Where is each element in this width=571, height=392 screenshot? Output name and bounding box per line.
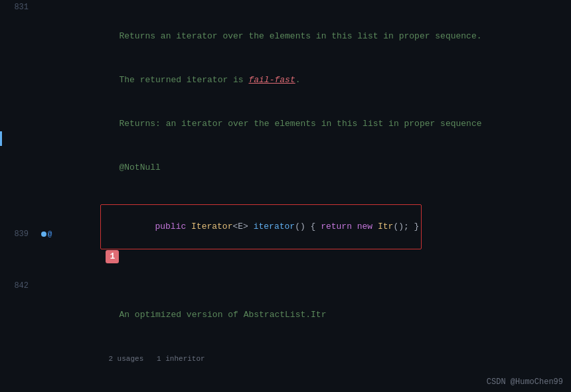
highlight-box-1: public Iterator<E> iterator() { return n…	[100, 204, 422, 249]
left-accent-bar	[0, 131, 2, 146]
code-editor: 831 Returns an iterator over the element…	[0, 0, 571, 392]
line-annotation: @NotNull	[0, 146, 571, 190]
label-1: 1	[106, 250, 119, 263]
line-842: 842	[0, 279, 571, 293]
blue-dot-icon	[41, 231, 46, 237]
line-meta-usages: 2 usages 1 inheritor	[0, 337, 571, 381]
line-831: 831	[0, 0, 571, 15]
line-doc-3: Returns: an iterator over the elements i…	[0, 102, 571, 146]
line-doc-abstractlist: An optimized version of AbstractList.Itr	[0, 293, 571, 337]
line-doc-1: Returns an iterator over the elements in…	[0, 15, 571, 58]
code-area: 831 Returns an iterator over the element…	[0, 0, 571, 392]
line-846: 846 ▾ private class Itr implements Itera…	[0, 381, 571, 392]
line-doc-2: The returned iterator is fail-fast.	[0, 58, 571, 102]
at-icon: @	[48, 230, 52, 238]
watermark: CSDN @HumoChen99	[487, 377, 563, 387]
line-839: 839 @ public Iterator<E> iterator() { re…	[0, 190, 571, 279]
